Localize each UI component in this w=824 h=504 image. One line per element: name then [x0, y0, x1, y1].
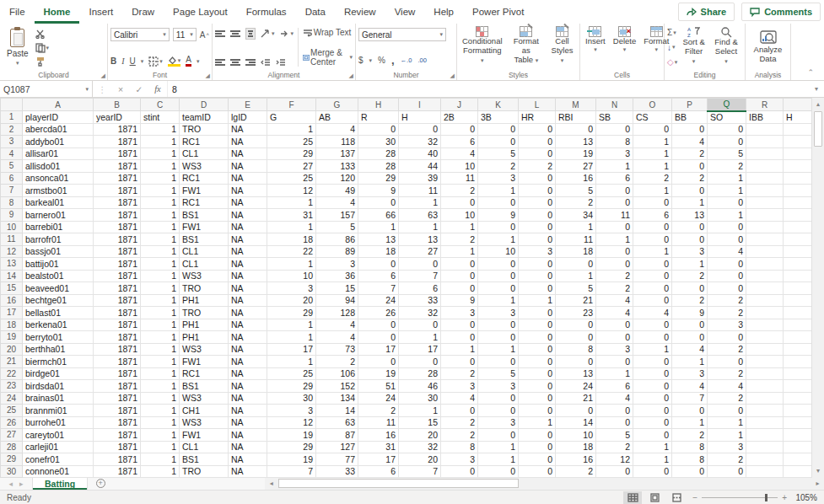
cell-partial-9[interactable]	[784, 209, 812, 222]
cell-partial-19[interactable]	[784, 331, 812, 344]
wrap-text-button[interactable]: Wrap Text	[303, 28, 352, 37]
cell-H15[interactable]: 7	[358, 282, 399, 295]
cell-R19[interactable]	[746, 331, 784, 344]
cell-Q28[interactable]: 3	[708, 441, 746, 453]
cell-G11[interactable]: 86	[316, 233, 358, 246]
cell-R4[interactable]	[746, 147, 784, 160]
vertical-scrollbar[interactable]: ▴ ▾	[811, 98, 824, 477]
cell-R1[interactable]: IBB	[746, 111, 784, 124]
cell-R20[interactable]	[746, 343, 784, 356]
cell-B9[interactable]: 1871	[94, 209, 141, 222]
cell-M29[interactable]: 16	[556, 453, 596, 466]
font-color-button[interactable]: A	[186, 56, 191, 67]
scroll-down-arrow[interactable]: ▾	[812, 464, 824, 477]
cell-O11[interactable]: 0	[633, 233, 672, 246]
cell-J25[interactable]: 0	[441, 405, 478, 417]
cell-D19[interactable]: PH1	[180, 331, 229, 344]
new-sheet-button[interactable]: +	[88, 477, 113, 490]
cell-A2[interactable]: abercda01	[23, 123, 94, 136]
orientation-button[interactable]: ▾	[261, 29, 275, 38]
cell-A28[interactable]: carleji01	[23, 441, 94, 453]
cell-D13[interactable]: CL1	[180, 258, 229, 271]
row-header-7[interactable]: 7	[1, 185, 23, 197]
cell-I3[interactable]: 32	[399, 136, 441, 148]
cell-M7[interactable]: 5	[556, 185, 596, 197]
cell-A4[interactable]: allisar01	[23, 147, 94, 160]
cell-I7[interactable]: 11	[399, 185, 441, 197]
cell-Q4[interactable]: 5	[708, 147, 746, 160]
cell-H21[interactable]: 0	[358, 356, 399, 368]
cell-G2[interactable]: 4	[316, 123, 358, 136]
cell-B27[interactable]: 1871	[94, 429, 141, 442]
cell-L4[interactable]: 0	[519, 147, 556, 160]
cell-F2[interactable]: 1	[267, 123, 316, 136]
cell-O22[interactable]: 0	[633, 367, 672, 380]
cell-M28[interactable]: 18	[556, 441, 596, 453]
cell-F5[interactable]: 27	[267, 160, 316, 173]
cell-R8[interactable]	[746, 196, 784, 209]
cell-R29[interactable]	[746, 453, 784, 466]
cell-M12[interactable]: 18	[556, 245, 596, 258]
cell-E26[interactable]: NA	[229, 416, 267, 429]
cell-J23[interactable]: 3	[441, 380, 478, 393]
cell-C24[interactable]: 1	[141, 392, 180, 405]
cell-L2[interactable]: 0	[519, 123, 556, 136]
cell-partial-11[interactable]	[784, 233, 812, 246]
cell-J1[interactable]: 2B	[441, 111, 478, 124]
cell-L26[interactable]: 1	[519, 416, 556, 429]
zoom-slider-track[interactable]	[702, 497, 778, 498]
cell-H18[interactable]: 0	[358, 319, 399, 331]
increase-decimal-button[interactable]: ←.0	[401, 56, 412, 64]
row-header-15[interactable]: 15	[1, 282, 23, 295]
cell-M10[interactable]: 1	[556, 221, 596, 233]
cell-F18[interactable]: 1	[267, 319, 316, 331]
cell-A13[interactable]: battijo01	[23, 258, 94, 271]
cell-R10[interactable]	[746, 221, 784, 233]
ribbon-tab-formulas[interactable]: Formulas	[237, 0, 296, 24]
cell-N11[interactable]: 1	[596, 233, 633, 246]
cell-Q16[interactable]: 2	[708, 294, 746, 307]
cell-P2[interactable]: 0	[672, 123, 708, 136]
scroll-right-arrow[interactable]: ▸	[811, 480, 824, 487]
cell-E1[interactable]: lgID	[229, 111, 267, 124]
cell-M21[interactable]: 0	[556, 356, 596, 368]
column-header-F[interactable]: F	[267, 99, 316, 111]
row-header-3[interactable]: 3	[1, 136, 23, 148]
row-header-24[interactable]: 24	[1, 392, 23, 405]
cell-N25[interactable]: 0	[596, 405, 633, 417]
cell-C23[interactable]: 1	[141, 380, 180, 393]
text-direction-button[interactable]: ▾	[280, 29, 294, 38]
cell-H8[interactable]: 0	[358, 196, 399, 209]
cell-G28[interactable]: 127	[316, 441, 358, 453]
cell-D20[interactable]: WS3	[180, 343, 229, 356]
cell-G1[interactable]: AB	[316, 111, 358, 124]
insert-function-icon[interactable]: fx	[148, 81, 167, 97]
cell-H28[interactable]: 31	[358, 441, 399, 453]
cell-C12[interactable]: 1	[141, 245, 180, 258]
page-break-view-button[interactable]	[667, 491, 686, 504]
cell-F25[interactable]: 3	[267, 405, 316, 417]
cell-G23[interactable]: 152	[316, 380, 358, 393]
cell-A20[interactable]: berthha01	[23, 343, 94, 356]
cell-A12[interactable]: bassjo01	[23, 245, 94, 258]
cell-D9[interactable]: BS1	[180, 209, 229, 222]
cell-N22[interactable]: 1	[596, 367, 633, 380]
decrease-decimal-button[interactable]: .00	[417, 56, 426, 64]
cell-K14[interactable]: 0	[478, 270, 519, 282]
cell-E9[interactable]: NA	[229, 209, 267, 222]
comments-button[interactable]: Comments	[741, 3, 821, 21]
cell-B8[interactable]: 1871	[94, 196, 141, 209]
cell-O21[interactable]: 0	[633, 356, 672, 368]
cell-A16[interactable]: bechtge01	[23, 294, 94, 307]
cell-J13[interactable]: 0	[441, 258, 478, 271]
cell-A18[interactable]: berkena01	[23, 319, 94, 331]
row-header-27[interactable]: 27	[1, 429, 23, 442]
cell-E5[interactable]: NA	[229, 160, 267, 173]
formula-input[interactable]: 8	[167, 81, 809, 97]
ribbon-tab-data[interactable]: Data	[296, 0, 335, 24]
cell-L8[interactable]: 0	[519, 196, 556, 209]
cell-N8[interactable]: 0	[596, 196, 633, 209]
font-color-dropdown-icon[interactable]: ▾	[197, 58, 200, 65]
cell-J28[interactable]: 8	[441, 441, 478, 453]
align-top-icon[interactable]	[215, 30, 225, 37]
